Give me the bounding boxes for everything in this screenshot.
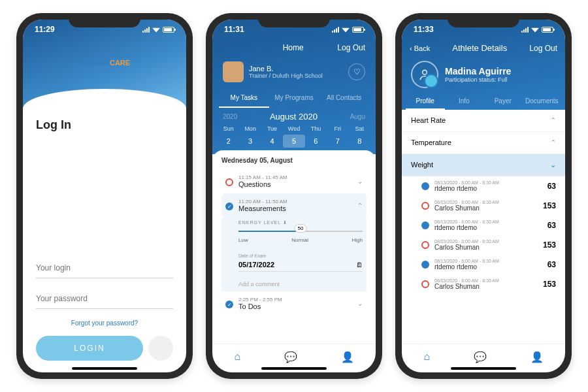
status-dot-done: ✓ [225, 203, 233, 210]
signal-icon [142, 27, 150, 33]
entry-value: 63 [547, 182, 556, 191]
status-dot-open [225, 178, 233, 186]
tab-all-contacts[interactable]: All Contacts [319, 89, 369, 108]
task-title: Measurements [238, 204, 352, 212]
page-title: Log In [36, 118, 173, 132]
nav-profile-icon[interactable]: 👤 [341, 351, 354, 363]
day-selected[interactable]: 5 [283, 135, 304, 148]
battery-icon [542, 27, 553, 33]
entry-info: 08/03/2020 - 8:00 AM - 8:30 AMCarlos Shu… [434, 200, 538, 212]
login-button[interactable]: LOGIN [36, 336, 143, 361]
nav-home-icon[interactable]: ⌂ [234, 351, 240, 363]
entry-info: 08/13/2020 - 8:00 AM - 8:30 AMrtdemo rtd… [434, 220, 542, 231]
entry-row[interactable]: 08/13/2020 - 8:00 AM - 8:30 AMrtdemo rtd… [402, 176, 565, 196]
person-icon [418, 68, 431, 81]
task-time: 2:25 PM - 2:55 PM [238, 297, 352, 302]
nav-chat-icon[interactable]: 💬 [474, 351, 487, 363]
nav-home[interactable]: Home [283, 43, 304, 52]
home-indicator[interactable] [451, 367, 516, 370]
battery-icon [163, 27, 174, 33]
nav-logout[interactable]: Log Out [337, 43, 365, 52]
athlete-avatar[interactable] [411, 61, 438, 88]
status-dot-open [421, 202, 429, 210]
status-dot-done [421, 182, 429, 190]
task-info: 2:25 PM - 2:55 PM To Dos [238, 297, 352, 310]
energy-section: ENERGY LEVEL ⬇ 50 Low Normal High [221, 218, 367, 248]
day[interactable]: 3 [239, 135, 261, 148]
home-indicator[interactable] [72, 367, 137, 370]
energy-slider[interactable]: 50 [238, 231, 363, 232]
user-name: Jane B. [249, 65, 323, 73]
nav-profile-icon[interactable]: 👤 [531, 351, 544, 363]
chevron-down-icon: ⌄ [550, 161, 556, 169]
day[interactable]: 2 [218, 135, 239, 148]
entry-row[interactable]: 08/13/2020 - 8:00 AM - 8:30 AMrtdemo rtd… [402, 255, 565, 274]
wifi-icon [531, 27, 539, 33]
slider-thumb[interactable]: 50 [295, 224, 307, 233]
tab-my-programs[interactable]: My Programs [269, 89, 319, 108]
add-comment[interactable]: Add a comment [221, 277, 367, 291]
entry-row[interactable]: 08/03/2020 - 8:00 AM - 8:30 AMCarlos Shu… [402, 196, 565, 216]
home-indicator[interactable] [261, 367, 327, 370]
tasks-screen: 11:31 Home Log Out Jane B. Trainer / Dul… [212, 20, 376, 372]
cal-next[interactable]: Augu [350, 113, 365, 120]
chevron-up-icon: ⌃ [357, 202, 363, 209]
task-info: 11:15 AM - 11:45 AM Questions [238, 174, 352, 188]
day[interactable]: 4 [261, 135, 283, 148]
athlete-status: Participation status: Full [445, 76, 511, 83]
entry-time: 08/03/2020 - 8:00 AM - 8:30 AM [434, 278, 538, 283]
clock: 11:31 [224, 25, 244, 34]
tab-info[interactable]: Info [445, 93, 484, 110]
entry-name: rtdemo rtdemo [434, 263, 542, 270]
forgot-password-link[interactable]: Forgot your password? [36, 319, 173, 327]
nav-home-icon[interactable]: ⌂ [423, 351, 430, 363]
day[interactable]: 7 [327, 135, 348, 148]
entry-time: 08/13/2020 - 8:00 AM - 8:30 AM [434, 259, 542, 263]
entry-row[interactable]: 08/13/2020 - 8:00 AM - 8:30 AMrtdemo rtd… [402, 216, 565, 235]
battery-icon [352, 27, 364, 33]
entry-row[interactable]: 08/03/2020 - 8:00 AM - 8:30 AMCarlos Shu… [402, 235, 565, 255]
cal-month: August 2020 [270, 112, 318, 122]
accordion-weight[interactable]: Weight⌄ [402, 154, 565, 176]
tab-my-tasks[interactable]: My Tasks [219, 89, 269, 108]
entry-name: Carlos Shuman [434, 244, 538, 251]
cal-prev[interactable]: 2020 [223, 113, 237, 120]
day[interactable]: 6 [305, 135, 327, 148]
avatar[interactable] [223, 61, 244, 82]
status-dot-done [421, 261, 429, 269]
app-logo: CompeteCARE [23, 39, 186, 67]
task-measurements[interactable]: ✓ 11:20 AM - 11:50 AM Measurements ⌃ [221, 193, 367, 218]
accordion-heart-rate[interactable]: Heart Rate⌃ [402, 110, 565, 132]
status-dot-open [421, 241, 429, 249]
calendar-icon[interactable]: 🗓 [356, 261, 363, 269]
exam-row[interactable]: 05/17/2022 🗓 [238, 258, 363, 272]
athlete-header: 11:33 ‹ Back Athlete Details Log Out Mad… [402, 20, 565, 110]
nav-logout[interactable]: Log Out [529, 44, 557, 53]
task-time: 11:20 AM - 11:50 AM [238, 199, 352, 204]
task-todos[interactable]: ✓ 2:25 PM - 2:55 PM To Dos ⌄ [221, 291, 367, 316]
entry-row[interactable]: 08/03/2020 - 8:00 AM - 8:30 AMCarlos Shu… [402, 274, 565, 294]
entry-value: 153 [543, 201, 556, 210]
athlete-body: Heart Rate⌃ Temperature⌃ Weight⌄ 08/13/2… [402, 110, 565, 344]
login-body: Log In Forgot your password? LOGIN [23, 108, 186, 372]
wave-decoration [23, 89, 186, 108]
tab-documents[interactable]: Documents [523, 93, 562, 110]
status-dot-done: ✓ [225, 301, 233, 308]
chevron-up-icon: ⌃ [550, 116, 556, 125]
nav-chat-icon[interactable]: 💬 [284, 351, 297, 363]
tabs: My Tasks My Programs All Contacts [212, 89, 376, 108]
task-time: 11:15 AM - 11:45 AM [238, 174, 352, 180]
tab-profile[interactable]: Profile [406, 93, 445, 110]
signal-icon [332, 27, 339, 33]
entry-time: 08/13/2020 - 8:00 AM - 8:30 AM [434, 220, 542, 224]
task-questions[interactable]: 11:15 AM - 11:45 AM Questions ⌄ [221, 169, 367, 193]
back-button[interactable]: ‹ Back [410, 44, 430, 52]
slider-labels: Low Normal High [238, 237, 363, 243]
fingerprint-button[interactable] [148, 336, 173, 361]
accordion-temperature[interactable]: Temperature⌃ [402, 132, 565, 154]
day[interactable]: 8 [349, 135, 370, 148]
bell-icon[interactable]: ♡ [348, 63, 365, 80]
password-input[interactable] [36, 289, 173, 309]
login-input[interactable] [36, 258, 173, 278]
tab-payer[interactable]: Payer [483, 93, 523, 110]
